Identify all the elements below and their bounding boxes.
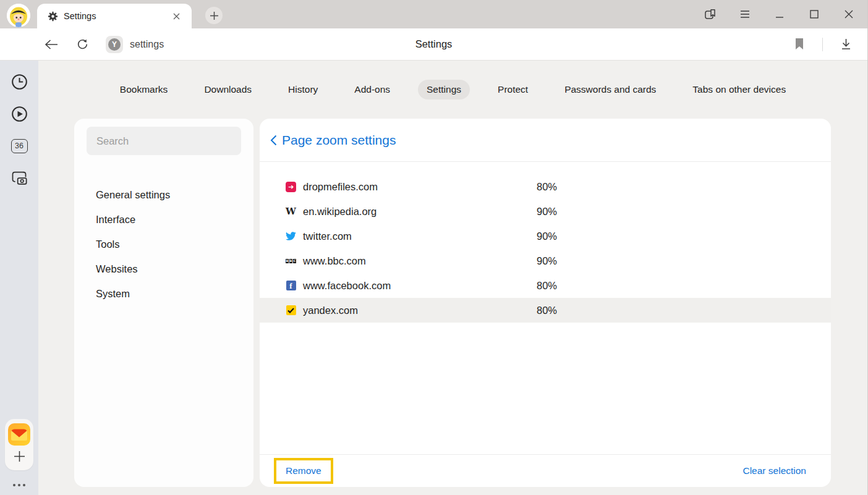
- menu-hamburger-icon[interactable]: [736, 6, 754, 23]
- avatar-girl-icon: [7, 4, 30, 27]
- site-name: dropmefiles.com: [303, 181, 537, 193]
- settings-sections-list: General settings Interface Tools Website…: [87, 182, 241, 306]
- reload-button[interactable]: [72, 34, 93, 55]
- site-name: yandex.com: [303, 305, 537, 316]
- sidebar-item-interface[interactable]: Interface: [96, 207, 241, 232]
- back-button[interactable]: [41, 34, 62, 55]
- more-options-icon[interactable]: [13, 484, 25, 486]
- sidebar-item-system[interactable]: System: [96, 281, 241, 306]
- tab-title: Settings: [64, 11, 169, 21]
- history-clock-icon[interactable]: [7, 69, 32, 94]
- close-window-button[interactable]: [840, 6, 857, 23]
- browser-tab-settings[interactable]: Settings: [37, 4, 192, 28]
- twitter-icon: [286, 231, 296, 242]
- plus-icon: [210, 12, 218, 20]
- nav-tab-other-devices[interactable]: Tabs on other devices: [684, 80, 794, 99]
- new-tab-button[interactable]: [205, 7, 223, 24]
- panel-title[interactable]: Page zoom settings: [282, 133, 396, 148]
- remove-button[interactable]: Remove: [286, 465, 321, 476]
- tab-bar: Settings: [0, 0, 867, 28]
- add-shortcut-button[interactable]: [8, 446, 30, 467]
- site-name: www.bbc.com: [303, 255, 537, 267]
- site-name: twitter.com: [303, 231, 537, 242]
- table-row-selected[interactable]: yandex.com 80%: [260, 298, 831, 323]
- minimize-button[interactable]: [771, 6, 788, 23]
- zoom-value: 90%: [537, 206, 557, 218]
- bbc-icon: BBC: [286, 256, 296, 266]
- search-input[interactable]: [96, 135, 231, 147]
- table-row[interactable]: twitter.com 90%: [260, 224, 831, 248]
- yandex-icon: [286, 305, 296, 316]
- nav-tab-settings[interactable]: Settings: [418, 80, 470, 99]
- site-name: www.facebook.com: [303, 280, 537, 292]
- dropmefiles-icon: ➜: [286, 182, 296, 192]
- zoom-value: 80%: [537, 280, 557, 292]
- avatar[interactable]: [7, 4, 30, 27]
- list-empty-space: [260, 323, 831, 454]
- gear-icon: [48, 11, 58, 22]
- nav-tab-history[interactable]: History: [279, 80, 326, 99]
- window-controls: [702, 0, 867, 28]
- nav-tab-protect[interactable]: Protect: [489, 80, 537, 99]
- zoom-value: 80%: [537, 305, 557, 316]
- panel-footer: Remove Clear selection: [260, 454, 831, 487]
- facebook-icon: f: [286, 281, 296, 291]
- settings-content: Bookmarks Downloads History Add-ons Sett…: [38, 61, 867, 495]
- screenshot-icon[interactable]: [7, 166, 32, 190]
- nav-tab-addons[interactable]: Add-ons: [346, 80, 399, 99]
- nav-tab-passwords[interactable]: Passwords and cards: [556, 80, 665, 99]
- table-row[interactable]: BBC www.bbc.com 90%: [260, 248, 831, 273]
- table-row[interactable]: f www.facebook.com 80%: [260, 273, 831, 298]
- zoom-value: 90%: [537, 255, 557, 267]
- yandex-y-icon: Y: [108, 38, 121, 51]
- toolbar-divider: [822, 38, 823, 51]
- sidebar-item-tools[interactable]: Tools: [96, 232, 241, 256]
- settings-nav-tabs: Bookmarks Downloads History Add-ons Sett…: [38, 61, 867, 119]
- address-text[interactable]: settings: [130, 39, 164, 50]
- play-video-icon[interactable]: [7, 101, 32, 126]
- sidebar-item-websites[interactable]: Websites: [96, 256, 241, 281]
- browser-window: Settings: [0, 0, 868, 495]
- wikipedia-icon: W: [286, 206, 296, 217]
- zoom-value: 90%: [537, 231, 557, 242]
- toolbar-right: [789, 34, 867, 55]
- browser-toolbar: Settings Y settings: [0, 28, 867, 61]
- zoom-value: 80%: [537, 181, 557, 193]
- clear-selection-button[interactable]: Clear selection: [742, 465, 806, 476]
- side-rail: 36: [0, 61, 38, 495]
- sidebar-item-general-settings[interactable]: General settings: [96, 182, 241, 207]
- yandex-mail-icon[interactable]: [8, 423, 30, 446]
- page-zoom-settings-panel: Page zoom settings ➜ dropmefiles.com 80%: [260, 119, 831, 487]
- nav-tab-downloads[interactable]: Downloads: [195, 80, 260, 99]
- site-identity-badge[interactable]: Y: [106, 36, 123, 53]
- zoom-site-list: ➜ dropmefiles.com 80% W en.wikipedia.org…: [260, 162, 831, 323]
- downloads-icon[interactable]: [835, 34, 856, 55]
- settings-sidebar: General settings Interface Tools Website…: [74, 119, 253, 487]
- tab-close-icon[interactable]: [169, 9, 183, 23]
- maximize-button[interactable]: [806, 6, 823, 23]
- table-row[interactable]: W en.wikipedia.org 90%: [260, 199, 831, 224]
- search-box[interactable]: [87, 127, 241, 155]
- remove-button-highlight: Remove: [274, 458, 333, 484]
- site-name: en.wikipedia.org: [303, 206, 537, 218]
- rail-shortcut-pill: [5, 419, 33, 470]
- back-chevron-icon[interactable]: [270, 135, 277, 146]
- bookmark-icon[interactable]: [789, 34, 810, 55]
- panel-header: Page zoom settings: [260, 119, 831, 162]
- nav-tab-bookmarks[interactable]: Bookmarks: [111, 80, 177, 99]
- table-row[interactable]: ➜ dropmefiles.com 80%: [260, 174, 831, 199]
- tab-count-badge[interactable]: 36: [7, 133, 32, 158]
- panels-collections-icon[interactable]: [702, 6, 719, 23]
